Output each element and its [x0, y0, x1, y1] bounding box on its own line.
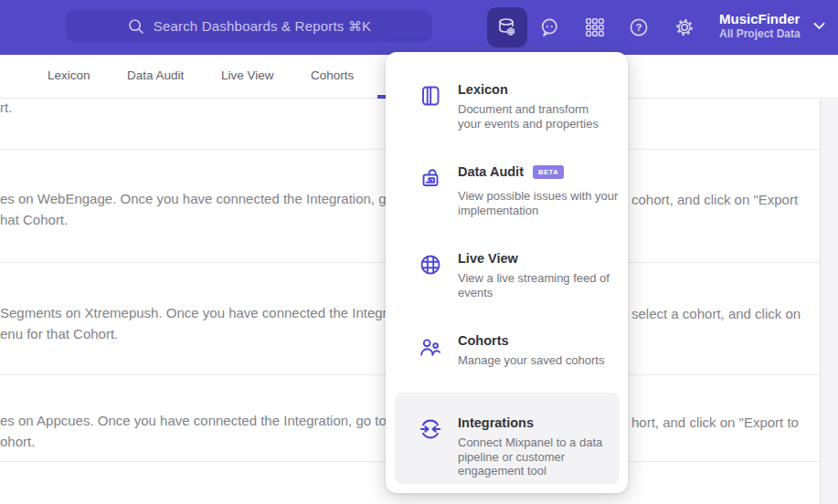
help-icon: ? — [628, 16, 650, 38]
menu-item-live-view[interactable]: Live View View a live streaming feed of … — [419, 251, 621, 299]
menu-item-lexicon[interactable]: Lexicon Document and transform your even… — [419, 82, 621, 131]
live-view-globe-icon — [419, 253, 442, 277]
feedback-bubble-icon — [538, 16, 560, 38]
gear-icon — [674, 16, 695, 38]
menu-item-title: Lexicon — [458, 82, 508, 98]
settings-button[interactable] — [674, 16, 695, 38]
app-window: Search Dashboards & Reports ⌘K — [0, 0, 838, 504]
tab-lexicon[interactable]: Lexicon — [48, 68, 90, 82]
search-placeholder: Search Dashboards & Reports ⌘K — [154, 18, 372, 35]
lexicon-icon — [419, 84, 442, 108]
database-gear-icon — [495, 16, 519, 39]
menu-item-description: View a live streaming feed of events — [458, 271, 610, 299]
menu-item-title: Live View — [458, 251, 518, 267]
project-selector[interactable]: MusicFinder All Project Data — [719, 11, 825, 41]
content-text: hort, and click on "Export to — [631, 415, 799, 430]
top-header: Search Dashboards & Reports ⌘K — [0, 0, 838, 55]
help-button[interactable]: ? — [628, 16, 650, 38]
content-text: Segments on Xtremepush. Once you have co… — [0, 305, 432, 320]
content-text: select a cohort, and click on — [631, 306, 801, 321]
menu-item-cohorts[interactable]: Cohorts Manage your saved cohorts — [419, 333, 621, 368]
tab-cohorts[interactable]: Cohorts — [311, 68, 354, 82]
menu-item-description: View possible issues with your implement… — [458, 189, 618, 217]
menu-item-description: Document and transform your events and p… — [458, 102, 599, 131]
menu-item-description: Manage your saved cohorts — [458, 353, 604, 368]
svg-text:?: ? — [635, 22, 642, 33]
menu-item-title: Cohorts — [458, 333, 509, 349]
data-management-button[interactable] — [487, 7, 527, 47]
content-text: es on WebEngage. Once you have connected… — [0, 191, 432, 206]
tab-live-view[interactable]: Live View — [221, 68, 274, 82]
menu-item-data-audit[interactable]: Data Audit BETA View possible issues wit… — [419, 164, 621, 217]
tab-data-audit[interactable]: Data Audit — [127, 68, 184, 82]
menu-item-title: Integrations — [458, 415, 534, 431]
search-bar[interactable]: Search Dashboards & Reports ⌘K — [66, 10, 432, 42]
project-scope: All Project Data — [719, 27, 801, 41]
apps-grid-button[interactable] — [584, 16, 606, 38]
menu-item-integrations[interactable]: Integrations Connect Mixpanel to a data … — [419, 415, 621, 478]
content-text: rt. — [0, 100, 12, 115]
project-name: MusicFinder — [719, 11, 801, 27]
scroll-gutter — [820, 100, 838, 504]
chevron-down-icon — [813, 22, 825, 30]
feedback-button[interactable] — [538, 16, 560, 38]
apps-grid-icon — [584, 16, 606, 38]
content-text: ohort. — [0, 434, 35, 449]
beta-badge: BETA — [533, 165, 564, 179]
content-text: hat Cohort. — [0, 212, 68, 227]
menu-item-description: Connect Mixpanel to a data pipeline or c… — [458, 436, 602, 478]
content-text: cohort, and click on "Export — [631, 192, 798, 207]
content-text: enu for that Cohort. — [0, 326, 118, 341]
menu-item-title: Data Audit — [458, 164, 524, 180]
nav-dropdown-menu: Lexicon Document and transform your even… — [386, 52, 628, 493]
content-text: es on Appcues. Once you have connected t… — [0, 413, 424, 428]
cohorts-people-icon — [419, 335, 442, 359]
data-audit-icon — [419, 166, 442, 190]
search-icon — [127, 17, 145, 36]
integrations-sync-icon — [419, 417, 442, 441]
